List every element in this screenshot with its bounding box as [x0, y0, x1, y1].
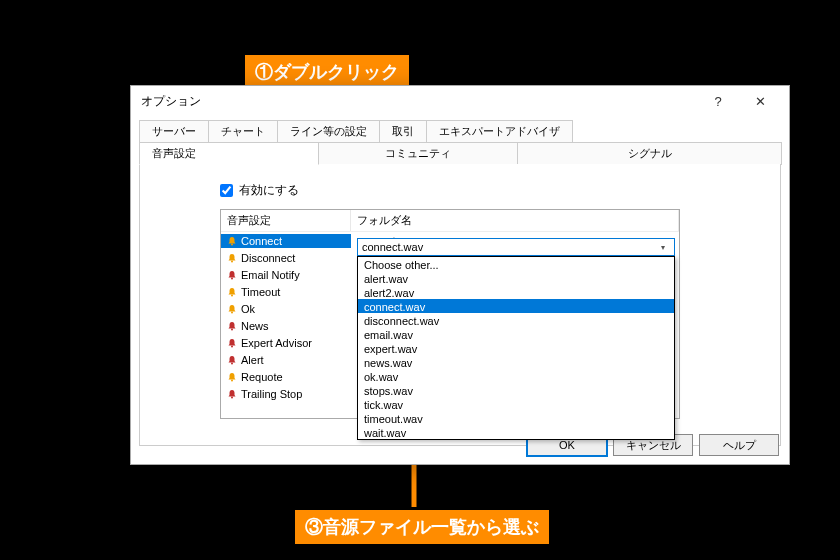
event-name: Ok [241, 303, 255, 315]
col-file: フォルダ名 [351, 210, 679, 231]
event-name: Expert Advisor [241, 337, 312, 349]
event-name: Timeout [241, 286, 280, 298]
svg-point-10 [231, 311, 233, 313]
svg-point-6 [231, 243, 233, 245]
event-name: News [241, 320, 269, 332]
enable-checkbox-row[interactable]: 有効にする [220, 182, 750, 199]
bell-icon [227, 253, 237, 263]
svg-point-9 [231, 294, 233, 296]
combo-value: connect.wav [362, 241, 423, 253]
enable-label: 有効にする [239, 182, 299, 199]
dropdown-option[interactable]: tick.wav [358, 397, 674, 411]
tab-signal[interactable]: シグナル [517, 142, 782, 165]
dropdown-option[interactable]: stops.wav [358, 383, 674, 397]
dropdown-option[interactable]: ok.wav [358, 369, 674, 383]
tab-server[interactable]: サーバー [139, 120, 209, 143]
svg-point-12 [231, 345, 233, 347]
file-dropdown[interactable]: Choose other...alert.wavalert2.wavconnec… [357, 256, 675, 440]
svg-point-11 [231, 328, 233, 330]
sound-table: 音声設定 フォルダ名 Connectconnect.wavDisconnectE… [220, 209, 680, 419]
enable-checkbox[interactable] [220, 184, 233, 197]
event-name: Requote [241, 371, 283, 383]
dropdown-option[interactable]: wait.wav [358, 425, 674, 439]
event-name: Alert [241, 354, 264, 366]
dropdown-option[interactable]: timeout.wav [358, 411, 674, 425]
tab-chart[interactable]: チャート [208, 120, 278, 143]
close-button[interactable]: ✕ [739, 87, 781, 115]
dropdown-option[interactable]: Choose other... [358, 257, 674, 271]
bell-icon [227, 304, 237, 314]
titlebar: オプション ? ✕ [131, 86, 789, 116]
bell-icon [227, 321, 237, 331]
event-name: Disconnect [241, 252, 295, 264]
tab-content: 有効にする 音声設定 フォルダ名 Connectconnect.wavDisco… [139, 164, 781, 446]
event-name: Connect [241, 235, 282, 247]
dropdown-option[interactable]: connect.wav [358, 299, 674, 313]
tab-trade[interactable]: 取引 [379, 120, 427, 143]
dialog-title: オプション [141, 93, 697, 110]
file-combobox[interactable]: connect.wav ▾ [357, 238, 675, 256]
col-event: 音声設定 [221, 210, 351, 231]
svg-point-8 [231, 277, 233, 279]
svg-point-7 [231, 260, 233, 262]
help-button[interactable]: ? [697, 87, 739, 115]
bell-icon [227, 355, 237, 365]
tab-sound[interactable]: 音声設定 [139, 142, 319, 165]
options-dialog: オプション ? ✕ サーバー チャート ライン等の設定 取引 エキスパートアドバ… [130, 85, 790, 465]
bell-icon [227, 372, 237, 382]
svg-point-15 [231, 396, 233, 398]
chevron-down-icon[interactable]: ▾ [656, 240, 670, 254]
dropdown-option[interactable]: email.wav [358, 327, 674, 341]
dropdown-option[interactable]: expert.wav [358, 341, 674, 355]
dropdown-option[interactable]: alert.wav [358, 271, 674, 285]
svg-point-13 [231, 362, 233, 364]
event-name: Email Notify [241, 269, 300, 281]
annotation-double-click: ①ダブルクリック [245, 55, 409, 89]
event-name: Trailing Stop [241, 388, 302, 400]
tab-lines[interactable]: ライン等の設定 [277, 120, 380, 143]
dropdown-option[interactable]: news.wav [358, 355, 674, 369]
tab-community[interactable]: コミュニティ [318, 142, 518, 165]
dropdown-option[interactable]: alert2.wav [358, 285, 674, 299]
bell-icon [227, 287, 237, 297]
bell-icon [227, 389, 237, 399]
help-button-bottom[interactable]: ヘルプ [699, 434, 779, 456]
bell-icon [227, 270, 237, 280]
annotation-choose-from-list: ③音源ファイル一覧から選ぶ [295, 510, 549, 544]
dropdown-option[interactable]: disconnect.wav [358, 313, 674, 327]
bell-icon [227, 338, 237, 348]
svg-point-14 [231, 379, 233, 381]
tabs: サーバー チャート ライン等の設定 取引 エキスパートアドバイザ 音声設定 コミ… [131, 116, 789, 446]
bell-icon [227, 236, 237, 246]
tab-expert-advisor[interactable]: エキスパートアドバイザ [426, 120, 573, 143]
